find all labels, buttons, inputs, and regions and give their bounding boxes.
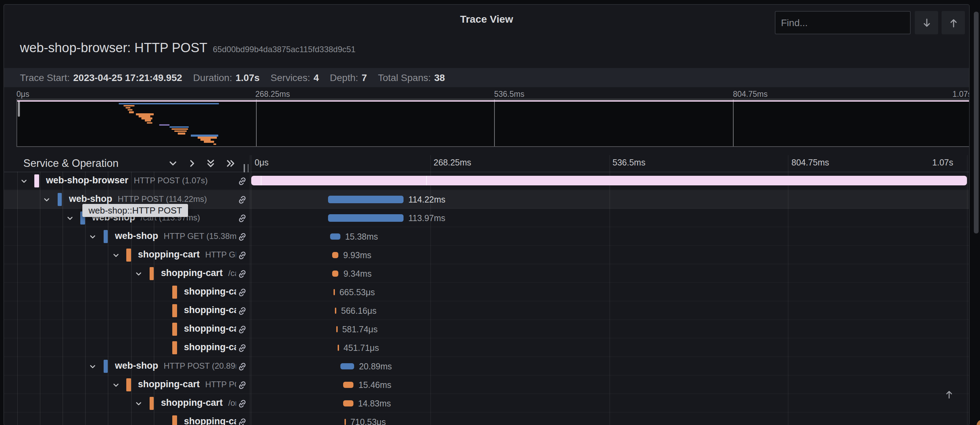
span-tooltip: web-shop::HTTP POST xyxy=(82,204,188,217)
chevron-down-icon[interactable] xyxy=(111,251,120,259)
arrow-up-icon xyxy=(944,388,954,400)
span-bar[interactable] xyxy=(328,196,404,203)
collapse-all-icon[interactable] xyxy=(205,158,216,169)
span-row-3[interactable]: web-shopHTTP GET (15.38ms)15.38ms xyxy=(4,227,969,246)
span-row-8[interactable]: shopping-cartSELEC581.74μs xyxy=(4,320,969,339)
span-name-cell: web-shopHTTP GET (15.38ms) xyxy=(4,227,236,246)
span-link-icon[interactable] xyxy=(237,343,247,353)
expand-all-icon[interactable] xyxy=(225,158,236,169)
operation-name: HTTP GET (15.38ms) xyxy=(164,231,236,241)
span-row-7[interactable]: shopping-cartSELEC566.16μs xyxy=(4,301,969,320)
span-row-9[interactable]: shopping-cartSELEC451.71μs xyxy=(4,339,969,357)
meta-value: 2023-04-25 17:21:49.952 xyxy=(73,72,182,83)
service-color-bar xyxy=(172,286,177,299)
span-link-icon[interactable] xyxy=(237,417,247,425)
meta-label: Duration: xyxy=(193,72,232,83)
chevron-down-icon[interactable] xyxy=(111,381,120,389)
meta-label: Trace Start: xyxy=(20,72,70,83)
service-color-bar xyxy=(126,248,131,262)
chevron-down-icon[interactable] xyxy=(135,400,143,408)
minimap-span-bar xyxy=(172,128,188,130)
service-color-bar xyxy=(172,415,177,425)
span-duration-label: 451.71μs xyxy=(344,343,379,353)
span-link-icon[interactable] xyxy=(237,269,247,279)
span-duration-label: 20.89ms xyxy=(359,362,392,371)
minimap-span-bar xyxy=(136,113,154,115)
span-duration-label: 15.38ms xyxy=(345,232,378,242)
minimap[interactable] xyxy=(16,99,970,147)
span-duration-label: 9.93ms xyxy=(343,251,371,260)
operation-name: HTTP GET (9.9 xyxy=(205,250,236,259)
minimap-tick-label: 1.07s xyxy=(953,90,970,98)
span-bar[interactable] xyxy=(334,289,334,295)
span-duration-label: 14.83ms xyxy=(358,399,391,409)
minimap-left-drag-handle[interactable] xyxy=(18,101,20,117)
span-link-icon[interactable] xyxy=(237,288,247,297)
span-link-icon[interactable] xyxy=(237,177,247,186)
find-input[interactable] xyxy=(775,11,911,34)
minimap-tick-label: 0μs xyxy=(16,90,30,98)
span-bar[interactable] xyxy=(328,214,403,222)
minimap-span-bar xyxy=(147,122,153,124)
span-duration-label: 581.74μs xyxy=(342,325,377,334)
chevron-down-icon[interactable] xyxy=(89,363,97,371)
span-link-icon[interactable] xyxy=(237,195,247,205)
meta-item-2: Services:4 xyxy=(271,72,319,83)
service-name: shopping-cartSELEC xyxy=(184,342,236,352)
minimap-gridline xyxy=(256,100,256,146)
span-bar[interactable] xyxy=(332,271,339,277)
minimap-gridline xyxy=(494,100,495,146)
span-bar[interactable] xyxy=(338,345,339,351)
span-row-13[interactable]: shopping-cartSELEC710.53μs xyxy=(4,413,969,425)
span-bar[interactable] xyxy=(330,234,340,240)
span-duration-label: 566.16μs xyxy=(341,306,376,316)
service-color-bar xyxy=(126,378,131,392)
span-link-icon[interactable] xyxy=(237,232,247,242)
span-bar[interactable] xyxy=(336,326,337,332)
span-bar[interactable] xyxy=(251,176,967,185)
span-bar[interactable] xyxy=(344,400,353,406)
span-row-11[interactable]: shopping-cartHTTP POST (115.46ms xyxy=(4,376,969,394)
child-span-tick xyxy=(426,176,427,185)
column-resize-grip[interactable] xyxy=(243,164,248,172)
collapse-one-icon[interactable] xyxy=(167,158,178,169)
meta-item-0: Trace Start:2023-04-25 17:21:49.952 xyxy=(20,72,182,83)
span-bar[interactable] xyxy=(332,252,338,258)
span-link-icon[interactable] xyxy=(237,362,247,371)
service-name: shopping-cartSELEC xyxy=(184,323,236,334)
column-header-label: Service & Operation xyxy=(23,157,118,170)
meta-item-4: Total Spans:38 xyxy=(378,72,445,83)
page-scrollbar[interactable] xyxy=(974,12,978,234)
meta-item-3: Depth:7 xyxy=(330,72,367,83)
chevron-down-icon[interactable] xyxy=(43,196,51,204)
span-bar[interactable] xyxy=(335,307,336,314)
scroll-to-top-button[interactable] xyxy=(940,385,958,403)
trace-title: web-shop-browser: HTTP POST65d00bd99b4da… xyxy=(20,40,355,56)
span-row-10[interactable]: web-shopHTTP POST (20.89ms)20.89ms xyxy=(4,357,969,376)
span-link-icon[interactable] xyxy=(237,380,247,390)
chevron-down-icon[interactable] xyxy=(135,270,143,278)
span-row-0[interactable]: web-shop-browserHTTP POST (1.07s) xyxy=(4,172,969,190)
span-row-5[interactable]: shopping-cart/cart/<cus9.34ms xyxy=(4,264,969,283)
child-span-tick xyxy=(261,176,261,185)
span-link-icon[interactable] xyxy=(237,306,247,316)
span-bar[interactable] xyxy=(340,363,354,369)
span-row-6[interactable]: shopping-cartSELEC665.53μs xyxy=(4,283,969,301)
span-bar[interactable] xyxy=(345,419,345,425)
span-name-cell: web-shop-browserHTTP POST (1.07s) xyxy=(4,172,236,190)
span-bar[interactable] xyxy=(344,382,354,388)
span-link-icon[interactable] xyxy=(237,251,247,260)
find-prev-button[interactable] xyxy=(942,11,965,34)
span-link-icon[interactable] xyxy=(237,399,247,409)
chevron-down-icon[interactable] xyxy=(19,177,28,185)
minimap-span-bar xyxy=(119,103,219,104)
find-next-button[interactable] xyxy=(915,11,938,34)
span-name-cell: shopping-cartSELEC xyxy=(4,301,236,320)
span-link-icon[interactable] xyxy=(237,325,247,334)
chevron-down-icon[interactable] xyxy=(65,214,74,223)
span-row-4[interactable]: shopping-cartHTTP GET (9.99.93ms xyxy=(4,246,969,264)
span-row-12[interactable]: shopping-cart/order/<or14.83ms xyxy=(4,394,969,413)
chevron-down-icon[interactable] xyxy=(89,233,97,241)
expand-one-icon[interactable] xyxy=(187,158,198,169)
span-link-icon[interactable] xyxy=(237,213,247,223)
